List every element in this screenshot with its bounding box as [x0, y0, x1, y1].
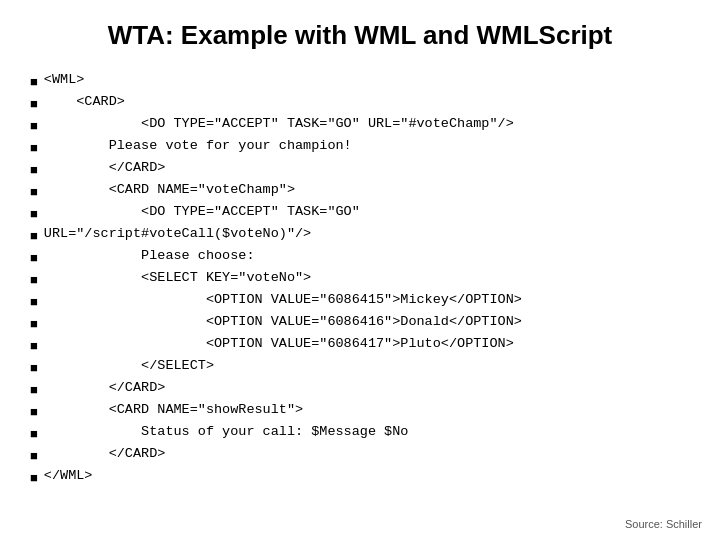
- bullet-17: ■: [30, 423, 38, 445]
- bullet-15: ■: [30, 379, 38, 401]
- bullet-13: ■: [30, 335, 38, 357]
- bullet-19: ■: [30, 467, 38, 489]
- bullet-7: ■: [30, 203, 38, 225]
- bullet-2: ■: [30, 93, 38, 115]
- code-block: <WML> <CARD> <DO TYPE="ACCEPT" TASK="GO"…: [44, 69, 522, 520]
- bullet-6: ■: [30, 181, 38, 203]
- bullet-11: ■: [30, 291, 38, 313]
- bullet-4: ■: [30, 137, 38, 159]
- source-label: Source: Schiller: [625, 518, 702, 530]
- bullet-9: ■: [30, 247, 38, 269]
- bullet-1: ■: [30, 71, 38, 93]
- code-section: ■ ■ ■ ■ ■ ■ ■ ■ ■ ■ ■ ■ ■ ■ ■ ■ ■ ■ ■ <W…: [30, 69, 690, 520]
- bullet-14: ■: [30, 357, 38, 379]
- bullet-10: ■: [30, 269, 38, 291]
- bullet-3: ■: [30, 115, 38, 137]
- page-container: WTA: Example with WML and WMLScript ■ ■ …: [0, 0, 720, 540]
- page-title: WTA: Example with WML and WMLScript: [30, 20, 690, 51]
- bullet-list: ■ ■ ■ ■ ■ ■ ■ ■ ■ ■ ■ ■ ■ ■ ■ ■ ■ ■ ■: [30, 69, 38, 520]
- bullet-16: ■: [30, 401, 38, 423]
- bullet-18: ■: [30, 445, 38, 467]
- bullet-12: ■: [30, 313, 38, 335]
- bullet-8: ■: [30, 225, 38, 247]
- bullet-5: ■: [30, 159, 38, 181]
